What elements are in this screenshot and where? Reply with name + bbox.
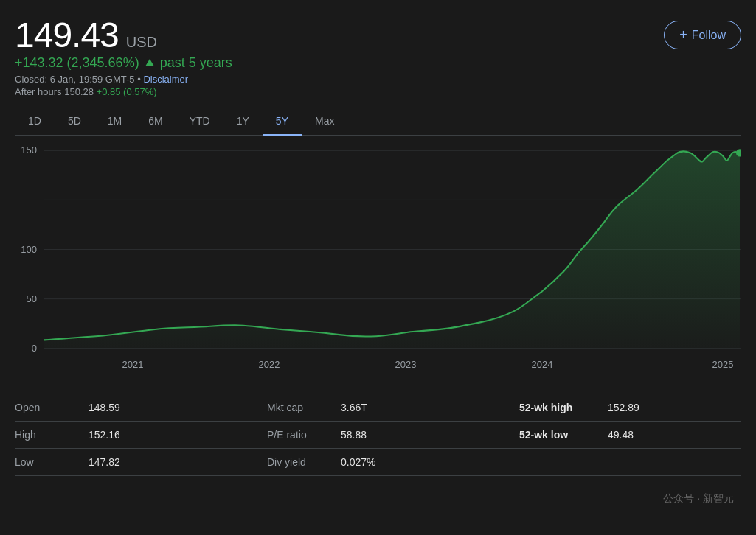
low-label: Low — [15, 456, 74, 468]
52wkhigh-label: 52-wk high — [519, 402, 593, 413]
divider-1 — [252, 394, 252, 421]
stats-row-1: Open 148.59 Mkt cap 3.66T 52-wk high 152… — [15, 394, 741, 422]
price-main: 149.43 USD — [15, 15, 232, 55]
svg-text:2023: 2023 — [395, 358, 417, 369]
divyield-label: Div yield — [267, 456, 326, 468]
plus-icon: + — [679, 27, 687, 43]
stats-cell-high: High 152.16 — [15, 422, 237, 448]
divider-4 — [504, 422, 504, 448]
chart-svg: 150 100 50 0 2021 2022 2023 2024 2025 — [15, 143, 741, 379]
stats-cell-divyield: Div yield 0.027% — [267, 449, 489, 475]
after-hours-price: 150.28 — [64, 86, 96, 97]
stats-cell-open: Open 148.59 — [15, 394, 237, 421]
stats-cell-52wklow: 52-wk low 49.48 — [519, 422, 741, 448]
stats-cell-mktcap: Mkt cap 3.66T — [267, 394, 489, 421]
after-hours-label: After hours — [15, 86, 62, 97]
stats-cell-pe: P/E ratio 58.88 — [267, 422, 489, 448]
open-label: Open — [15, 402, 74, 413]
time-tabs: 1D 5D 1M 6M YTD 1Y 5Y Max — [15, 109, 741, 136]
high-label: High — [15, 429, 74, 441]
svg-text:0: 0 — [32, 343, 37, 354]
tab-5y[interactable]: 5Y — [263, 109, 302, 136]
header-section: 149.43 USD +143.32 (2,345.66%) past 5 ye… — [15, 15, 741, 97]
stats-cell-empty — [519, 449, 741, 475]
stats-cell-low: Low 147.82 — [15, 449, 237, 475]
tab-1d[interactable]: 1D — [15, 109, 55, 136]
svg-text:50: 50 — [27, 293, 37, 304]
stats-row-2: High 152.16 P/E ratio 58.88 52-wk low 49… — [15, 422, 741, 449]
watermark: 公众号 · 新智元 — [663, 492, 734, 506]
open-value: 148.59 — [89, 402, 120, 413]
divider-6 — [504, 449, 504, 475]
tab-1m[interactable]: 1M — [94, 109, 135, 136]
tab-6m[interactable]: 6M — [135, 109, 176, 136]
tab-1y[interactable]: 1Y — [223, 109, 263, 136]
svg-text:150: 150 — [21, 144, 37, 155]
divyield-value: 0.027% — [341, 456, 375, 468]
svg-text:100: 100 — [21, 243, 37, 254]
svg-text:2021: 2021 — [122, 358, 144, 369]
divider-5 — [252, 449, 252, 475]
price-value: 149.43 — [15, 15, 119, 55]
arrow-up-icon — [145, 59, 154, 66]
close-info: Closed: 6 Jan, 19:59 GMT-5 — [15, 74, 135, 85]
chart-container: 150 100 50 0 2021 2022 2023 2024 2025 — [15, 143, 741, 379]
pe-value: 58.88 — [341, 429, 367, 441]
svg-text:2024: 2024 — [532, 358, 553, 369]
change-text: +143.32 (2,345.66%) — [15, 55, 139, 70]
disclaimer-link[interactable]: Disclaimer — [143, 74, 188, 85]
pe-label: P/E ratio — [267, 429, 326, 441]
stats-row-3: Low 147.82 Div yield 0.027% — [15, 449, 741, 476]
low-value: 147.82 — [89, 456, 120, 468]
divider-2 — [504, 394, 504, 421]
svg-text:2025: 2025 — [712, 358, 734, 369]
price-block: 149.43 USD +143.32 (2,345.66%) past 5 ye… — [15, 15, 232, 97]
after-hours-change: +0.85 (0.57%) — [97, 86, 157, 97]
stats-table: Open 148.59 Mkt cap 3.66T 52-wk high 152… — [15, 394, 741, 476]
change-period: past 5 years — [160, 55, 232, 70]
stats-cell-52wkhigh: 52-wk high 152.89 — [519, 394, 741, 421]
price-change: +143.32 (2,345.66%) past 5 years — [15, 55, 232, 71]
tab-ytd[interactable]: YTD — [176, 109, 223, 136]
price-currency: USD — [126, 34, 157, 51]
follow-label: Follow — [692, 29, 726, 42]
tab-max[interactable]: Max — [302, 109, 347, 136]
mktcap-value: 3.66T — [341, 402, 367, 413]
svg-text:2022: 2022 — [259, 358, 280, 369]
follow-button[interactable]: + Follow — [664, 21, 741, 49]
high-value: 152.16 — [89, 429, 120, 441]
tab-5d[interactable]: 5D — [55, 109, 94, 136]
mktcap-label: Mkt cap — [267, 402, 326, 413]
follow-button-wrapper: + Follow — [664, 15, 741, 49]
52wkhigh-value: 152.89 — [608, 402, 639, 413]
price-meta: Closed: 6 Jan, 19:59 GMT-5 • Disclaimer — [15, 74, 232, 85]
52wklow-value: 49.48 — [608, 429, 634, 441]
52wklow-label: 52-wk low — [519, 429, 593, 441]
divider-3 — [252, 422, 252, 448]
after-hours: After hours 150.28 +0.85 (0.57%) — [15, 86, 232, 97]
